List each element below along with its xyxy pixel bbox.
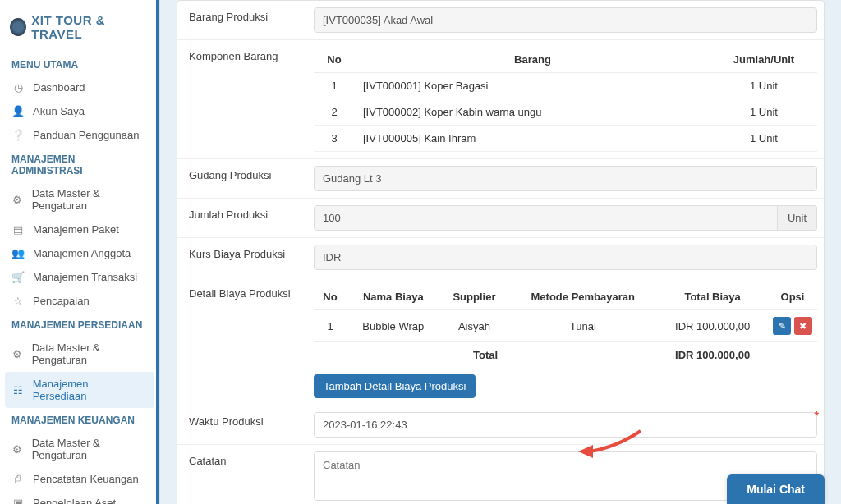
brand: XIT TOUR & TRAVEL [0,8,159,53]
barang-produksi-value: [IVT000035] Akad Awal [314,7,817,33]
sidebar-item-dashboard[interactable]: ◷Dashboard [0,76,159,99]
th-barang: Barang [355,47,710,73]
sidebar-item-data-master-persediaan[interactable]: ⚙Data Master & Pengaturan [0,336,159,372]
th-d-opsi: Opsi [768,284,817,310]
sidebar-item-pencapaian[interactable]: ☆Pencapaian [0,289,159,313]
main-content: Barang Produksi [IVT000035] Akad Awal Ko… [160,0,841,504]
sidebar-item-manajemen-transaksi[interactable]: 🛒Manajemen Transaksi [0,265,159,289]
total-label: Total [314,342,657,369]
label-komponen: Komponen Barang [177,40,307,158]
label-kurs: Kurs Biaya Produksi [177,238,307,277]
required-asterisk-icon: * [815,409,819,422]
sidebar: XIT TOUR & TRAVEL MENU UTAMA ◷Dashboard … [0,0,160,504]
kurs-value: IDR [314,245,817,270]
user-icon: 👤 [11,105,25,117]
table-row: 3[IVT000005] Kain Ihram1 Unit [314,126,817,152]
sliders-icon: ☷ [11,384,25,396]
brand-logo-icon [10,18,26,36]
th-d-no: No [314,284,347,310]
help-icon: ❔ [11,129,25,141]
add-detail-biaya-button[interactable]: Tambah Detail Biaya Produksi [314,374,476,398]
section-keuangan: MANAJEMEN KEUANGAN [0,408,159,431]
label-waktu: Waktu Produksi [177,405,307,444]
section-administrasi: MANAJEMEN ADMINISTRASI [0,147,159,181]
jumlah-unit: Unit [778,205,817,231]
sidebar-item-akun-saya[interactable]: 👤Akun Saya [0,99,159,123]
cogs-icon: ⚙ [11,443,24,456]
delete-row-button[interactable]: ✖ [794,317,812,335]
table-row: 2[IVT000002] Koper Kabin warna ungu1 Uni… [314,99,817,126]
label-detail-biaya: Detail Biaya Produksi [177,277,307,405]
grand-total: IDR 100.000,00 [657,342,768,369]
label-jumlah: Jumlah Produksi [177,199,307,237]
brand-text: XIT TOUR & TRAVEL [31,13,149,41]
label-gudang: Gudang Produksi [177,159,307,198]
money-icon: ⎙ [11,473,25,485]
th-d-nama: Nama Biaya [347,284,440,310]
book-icon: ▤ [11,223,25,236]
gauge-icon: ◷ [11,81,25,94]
detail-biaya-table: No Nama Biaya Supplier Metode Pembayaran… [314,284,817,368]
users-icon: 👥 [11,247,25,259]
th-d-supplier: Supplier [440,284,509,310]
section-menu-utama: MENU UTAMA [0,53,159,76]
section-persediaan: MANAJEMEN PERSEDIAAN [0,313,159,336]
cogs-icon: ⚙ [11,194,24,206]
komponen-table: No Barang Jumlah/Unit 1[IVT000001] Koper… [314,47,817,152]
th-no: No [314,47,355,73]
sidebar-item-panduan[interactable]: ❔Panduan Penggunaan [0,123,159,147]
form-card: Barang Produksi [IVT000035] Akad Awal Ko… [177,0,825,504]
table-row: 1Bubble WrapAisyahTunaiIDR 100.000,00✎ ✖ [314,310,817,342]
edit-row-button[interactable]: ✎ [773,317,791,335]
gudang-value: Gudang Lt 3 [314,166,817,191]
jumlah-value: 100 [314,205,778,231]
cart-icon: 🛒 [11,271,25,283]
sidebar-item-manajemen-persediaan[interactable]: ☷Manajemen Persediaan [5,372,154,408]
th-d-total: Total Biaya [657,284,768,310]
th-jumlah: Jumlah/Unit [710,47,817,73]
table-row: 1[IVT000001] Koper Bagasi1 Unit [314,73,817,99]
sidebar-item-data-master-admin[interactable]: ⚙Data Master & Pengaturan [0,181,159,218]
sidebar-accent [156,0,159,504]
sidebar-item-pencatatan-keuangan[interactable]: ⎙Pencatatan Keuangan [0,467,159,491]
mulai-chat-button[interactable]: Mulai Chat [727,474,825,504]
sidebar-item-manajemen-paket[interactable]: ▤Manajemen Paket [0,218,159,241]
sidebar-item-pengelolaan-aset[interactable]: ▣Pengelolaan Aset [0,491,159,504]
cogs-icon: ⚙ [11,348,24,360]
label-barang-produksi: Barang Produksi [177,1,307,39]
sidebar-item-manajemen-anggota[interactable]: 👥Manajemen Anggota [0,241,159,265]
asset-icon: ▣ [11,497,25,504]
waktu-input[interactable] [314,412,817,438]
th-d-metode: Metode Pembayaran [508,284,657,310]
sidebar-item-data-master-keuangan[interactable]: ⚙Data Master & Pengaturan [0,431,159,467]
label-catatan: Catatan [177,445,307,504]
star-icon: ☆ [11,295,25,307]
